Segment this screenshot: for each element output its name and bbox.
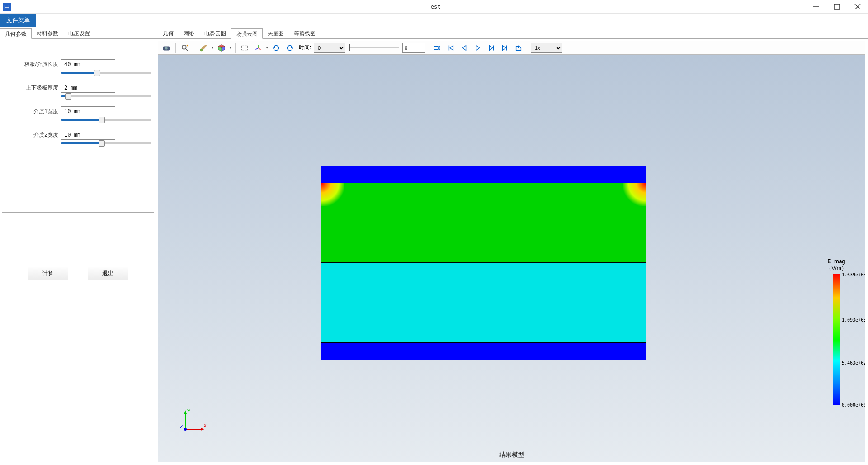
svg-text:X: X xyxy=(203,423,207,428)
cube-icon[interactable] xyxy=(215,42,228,54)
plot-bottom-plate xyxy=(321,343,646,360)
param-plate-thickness: 上下极板厚度 xyxy=(16,83,140,93)
svg-marker-8 xyxy=(184,410,187,414)
maximize-button[interactable] xyxy=(826,0,847,14)
rotate-ccw-icon[interactable] xyxy=(270,42,283,54)
plot-dielectric-1 xyxy=(321,183,646,263)
tab-vector-plot[interactable]: 矢量图 xyxy=(263,28,289,38)
svg-point-2 xyxy=(165,47,167,49)
first-frame-icon[interactable] xyxy=(444,42,457,54)
axes-dropdown-icon[interactable]: ▼ xyxy=(265,46,269,50)
medium1-width-label: 介质1宽度 xyxy=(16,108,61,115)
field-contour-plot xyxy=(321,166,646,360)
viewer-toolbar: ▼ ▼ ▼ 时间: 0 xyxy=(158,41,865,55)
svg-text:Y: Y xyxy=(187,408,191,414)
app-icon xyxy=(3,3,11,11)
medium2-width-label: 介质2宽度 xyxy=(16,131,61,139)
svg-text:Z: Z xyxy=(180,424,183,429)
speed-select[interactable]: 1x xyxy=(531,43,562,53)
svg-point-4 xyxy=(200,48,203,51)
zoom-icon[interactable] xyxy=(179,42,191,54)
plate-length-input[interactable] xyxy=(61,59,115,69)
tab-geometry[interactable]: 几何 xyxy=(158,28,179,38)
plot-dielectric-2 xyxy=(321,263,646,343)
color-legend: E_mag （V/m） 1.639e+03 1.093e+03 5.463e+0… xyxy=(816,258,857,405)
last-frame-icon[interactable] xyxy=(499,42,511,54)
tab-voltage-settings[interactable]: 电压设置 xyxy=(63,28,95,38)
tab-material-params[interactable]: 材料参数 xyxy=(32,28,63,38)
plot-top-plate xyxy=(321,166,646,183)
param-plate-length: 极板/介质长度 xyxy=(16,59,140,69)
brush-icon[interactable] xyxy=(197,42,210,54)
medium1-width-slider[interactable] xyxy=(61,119,151,121)
legend-tick: 1.639e+03 xyxy=(842,272,865,277)
minimize-button[interactable] xyxy=(806,0,826,14)
rotate-cw-icon[interactable] xyxy=(283,42,296,54)
menu-bar: 文件菜单 xyxy=(0,14,868,27)
geometry-params-box: 极板/介质长度 上下极板厚度 介质1宽度 介质2宽度 xyxy=(2,41,154,213)
left-panel: 几何参数 材料参数 电压设置 极板/介质长度 上下极板厚度 介质1宽度 介质2宽… xyxy=(0,27,156,465)
title-bar: Test xyxy=(0,0,868,14)
right-tabs: 几何 网络 电势云图 场强云图 矢量图 等势线图 xyxy=(156,28,868,39)
window-controls xyxy=(806,0,868,14)
next-frame-icon[interactable] xyxy=(485,42,498,54)
export-icon[interactable] xyxy=(512,42,525,54)
exit-button[interactable]: 退出 xyxy=(88,267,128,280)
close-button[interactable] xyxy=(847,0,868,14)
right-panel: 几何 网络 电势云图 场强云图 矢量图 等势线图 ▼ ▼ ▼ xyxy=(156,27,868,465)
tab-field-cloud[interactable]: 场强云图 xyxy=(231,28,263,39)
play-icon[interactable] xyxy=(472,42,484,54)
legend-colorbar: 1.639e+03 1.093e+03 5.463e+02 0.000e+00 xyxy=(833,274,840,405)
medium2-width-input[interactable] xyxy=(61,130,115,140)
prev-frame-icon[interactable] xyxy=(458,42,471,54)
record-icon[interactable] xyxy=(431,42,443,54)
plate-length-slider[interactable] xyxy=(61,72,151,74)
svg-rect-0 xyxy=(834,4,840,9)
cube-dropdown-icon[interactable]: ▼ xyxy=(229,46,232,50)
legend-tick: 1.093e+03 xyxy=(842,318,865,323)
tab-potential-cloud[interactable]: 电势云图 xyxy=(199,28,231,38)
legend-tick: 5.463e+02 xyxy=(842,361,865,365)
tab-contour-plot[interactable]: 等势线图 xyxy=(289,28,321,38)
viewer: ▼ ▼ ▼ 时间: 0 xyxy=(158,41,865,462)
svg-point-3 xyxy=(182,45,186,49)
file-menu[interactable]: 文件菜单 xyxy=(0,14,36,27)
axes-view-icon[interactable] xyxy=(252,42,264,54)
tab-geometry-params[interactable]: 几何参数 xyxy=(0,28,32,39)
time-select[interactable]: 0 xyxy=(314,43,345,53)
legend-unit: （V/m） xyxy=(816,265,857,272)
time-label: 时间: xyxy=(299,44,311,52)
medium2-width-slider[interactable] xyxy=(61,142,151,144)
param-medium1-width: 介质1宽度 xyxy=(16,106,140,116)
axes-gizmo: Y X Z xyxy=(180,408,207,435)
plate-thickness-input[interactable] xyxy=(61,83,115,93)
calculate-button[interactable]: 计算 xyxy=(28,267,68,280)
svg-point-13 xyxy=(184,428,187,431)
action-buttons: 计算 退出 xyxy=(0,267,156,280)
legend-title: E_mag xyxy=(816,258,857,265)
svg-rect-6 xyxy=(434,46,438,49)
tab-mesh[interactable]: 网络 xyxy=(179,28,199,38)
param-medium2-width: 介质2宽度 xyxy=(16,130,140,140)
brush-dropdown-icon[interactable]: ▼ xyxy=(211,46,214,50)
plate-thickness-label: 上下极板厚度 xyxy=(16,84,61,92)
time-input[interactable] xyxy=(402,43,425,53)
window-title: Test xyxy=(428,4,441,10)
time-slider[interactable] xyxy=(349,44,399,52)
fit-view-icon[interactable] xyxy=(238,42,251,54)
legend-tick: 0.000e+00 xyxy=(842,403,865,408)
result-canvas[interactable]: Y X Z E_mag （V/m） 1.639e+03 1.093e+03 5. xyxy=(158,55,865,462)
medium1-width-input[interactable] xyxy=(61,106,115,116)
plate-length-label: 极板/介质长度 xyxy=(16,61,61,68)
camera-icon[interactable] xyxy=(160,42,173,54)
plate-thickness-slider[interactable] xyxy=(61,95,151,97)
left-tabs: 几何参数 材料参数 电压设置 xyxy=(0,28,156,39)
canvas-title: 结果模型 xyxy=(499,451,524,459)
